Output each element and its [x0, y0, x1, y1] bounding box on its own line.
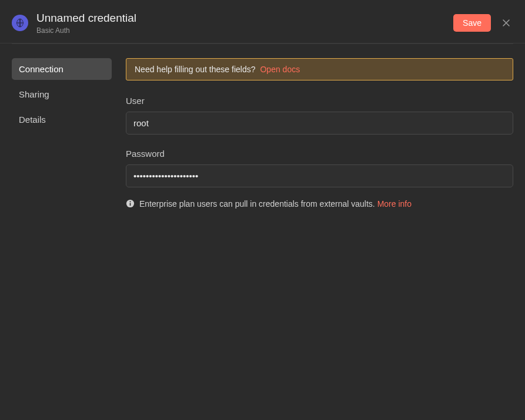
credential-title: Unnamed credential [36, 12, 136, 25]
user-input[interactable] [126, 112, 513, 135]
main-panel: Need help filling out these fields? Open… [126, 58, 513, 209]
user-field: User [126, 96, 513, 135]
svg-point-2 [129, 201, 131, 203]
help-banner: Need help filling out these fields? Open… [126, 58, 513, 80]
dialog-header: Unnamed credential Basic Auth Save [0, 0, 525, 43]
credential-type-icon [12, 15, 28, 31]
password-input[interactable] [126, 164, 513, 187]
user-label: User [126, 96, 513, 106]
open-docs-link[interactable]: Open docs [260, 65, 300, 74]
enterprise-info-text: Enterprise plan users can pull in creden… [139, 199, 375, 209]
info-icon [126, 199, 135, 208]
password-label: Password [126, 149, 513, 159]
save-button[interactable]: Save [453, 14, 491, 32]
svg-rect-3 [130, 203, 131, 206]
more-info-link[interactable]: More info [377, 199, 412, 209]
help-banner-text: Need help filling out these fields? [135, 65, 255, 74]
tab-sharing[interactable]: Sharing [12, 83, 112, 105]
close-button[interactable] [499, 16, 513, 30]
password-field: Password [126, 149, 513, 187]
close-icon [502, 19, 510, 27]
tab-connection[interactable]: Connection [12, 58, 112, 80]
enterprise-info: Enterprise plan users can pull in creden… [126, 199, 513, 209]
tab-details[interactable]: Details [12, 109, 112, 130]
sidebar: Connection Sharing Details [12, 58, 112, 209]
credential-subtitle: Basic Auth [36, 26, 136, 35]
